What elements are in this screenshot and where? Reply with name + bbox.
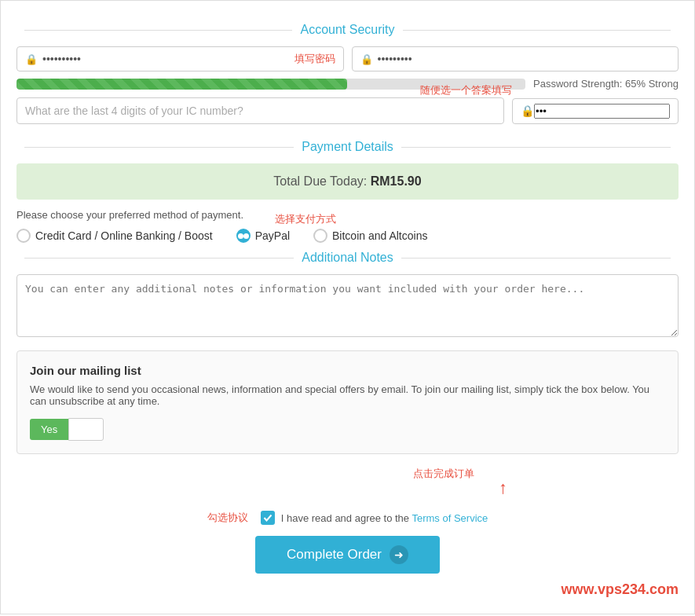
credit-label: Credit Card / Online Banking / Boost — [35, 229, 213, 242]
security-question-row: What are the last 4 digits of your IC nu… — [16, 97, 679, 124]
page-wrapper: Account Security 🔒 填写密码 🔒 Password Stren… — [0, 0, 695, 614]
checkbox-annotation-wrapper: 勾选协议 — [207, 511, 248, 525]
complete-order-label: Complete Order — [287, 547, 382, 563]
mailing-box: Join our mailing list We would like to s… — [16, 350, 679, 454]
account-security-header: Account Security — [16, 23, 679, 37]
mailing-toggle: Yes — [30, 418, 665, 441]
lock-icon-3: 🔒 — [521, 104, 534, 117]
total-amount: RM15.90 — [371, 174, 422, 188]
security-answer-input[interactable] — [534, 104, 670, 119]
payment-annotation: 选择支付方式 — [275, 212, 336, 226]
confirm-password-input[interactable] — [378, 53, 671, 65]
lock-icon-2: 🔒 — [360, 53, 373, 65]
terms-label: I have read and agree to the Terms of Se… — [281, 512, 488, 524]
password-input-group: 🔒 填写密码 — [16, 46, 344, 72]
watermark: www.vps234.com — [16, 581, 679, 598]
terms-area: 点击完成订单 ↑ 勾选协议 I have read and agree to t… — [16, 467, 679, 525]
payment-method-paypal[interactable]: PayPal — [236, 229, 290, 243]
total-due-box: Total Due Today: RM15.90 — [16, 163, 679, 200]
mailing-description: We would like to send you occasional new… — [30, 383, 665, 407]
paypal-radio[interactable] — [236, 229, 251, 243]
password-annotation: 填写密码 — [294, 52, 335, 66]
lock-icon: 🔒 — [25, 53, 38, 65]
complete-order-button[interactable]: Complete Order ➜ — [255, 536, 440, 574]
checkbox-annotation: 勾选协议 — [207, 511, 248, 525]
up-arrow-icon: ↑ — [499, 478, 507, 498]
strength-row: Password Strength: 65% Strong — [16, 78, 679, 90]
terms-row: 勾选协议 I have read and agree to the Terms … — [16, 511, 679, 525]
security-answer-group: 🔒 — [512, 98, 679, 124]
strength-bar-fill — [16, 79, 347, 90]
credit-radio[interactable] — [16, 229, 31, 243]
mailing-no-button[interactable] — [68, 418, 103, 441]
mailing-yes-button[interactable]: Yes — [30, 419, 68, 440]
complete-btn-wrapper: Complete Order ➜ — [16, 536, 679, 574]
payment-method-credit[interactable]: Credit Card / Online Banking / Boost — [16, 229, 213, 243]
complete-order-annotation: 点击完成订单 — [413, 467, 474, 481]
terms-checkbox[interactable] — [261, 511, 275, 525]
total-label: Total Due Today: — [273, 174, 367, 188]
payment-method-bitcoin[interactable]: Bitcoin and Altcoins — [313, 229, 427, 243]
arrow-right-icon: ➜ — [390, 545, 408, 564]
payment-methods: Credit Card / Online Banking / Boost Pay… — [16, 229, 679, 243]
paypal-label: PayPal — [255, 229, 290, 242]
confirm-password-input-group: 🔒 — [352, 46, 679, 72]
annotation-row: 点击完成订单 ↑ — [16, 467, 679, 498]
payment-instruction-row: Please choose your preferred method of p… — [16, 209, 679, 229]
bitcoin-radio[interactable] — [313, 229, 327, 243]
payment-instruction: Please choose your preferred method of p… — [16, 209, 243, 221]
account-security-title: Account Security — [300, 23, 394, 37]
bitcoin-label: Bitcoin and Altcoins — [332, 229, 427, 242]
question-annotation: 随便选一个答案填写 — [420, 83, 512, 97]
payment-details-header: Payment Details — [16, 140, 679, 154]
terms-link[interactable]: Terms of Service — [412, 512, 488, 524]
password-row: 🔒 填写密码 🔒 — [16, 46, 679, 72]
additional-notes-title: Additional Notes — [302, 251, 393, 265]
additional-notes-header: Additional Notes — [16, 251, 679, 265]
notes-textarea[interactable] — [16, 274, 679, 337]
payment-details-title: Payment Details — [302, 140, 393, 154]
password-input[interactable] — [42, 53, 290, 65]
security-question-select[interactable]: What are the last 4 digits of your IC nu… — [16, 97, 504, 124]
strength-label: Password Strength: 65% Strong — [533, 78, 679, 90]
mailing-title: Join our mailing list — [30, 364, 665, 377]
